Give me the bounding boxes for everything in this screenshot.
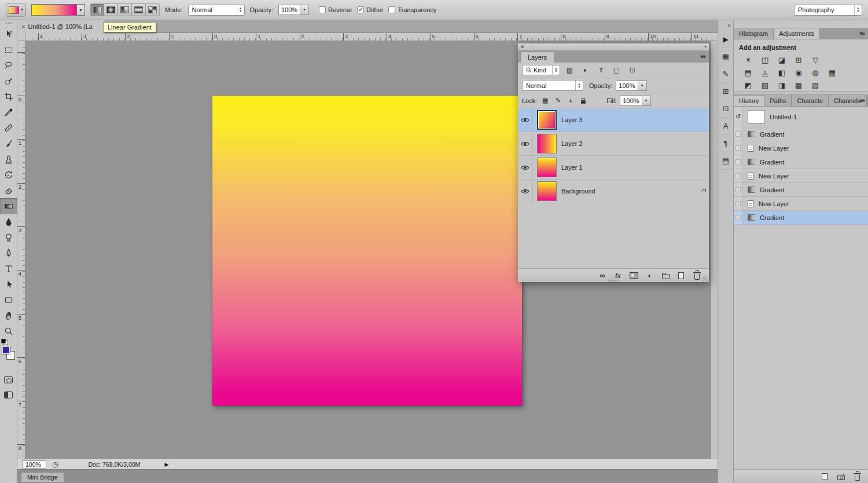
invert-adjustment-icon[interactable]: ◩ — [741, 79, 755, 91]
zoom-tool[interactable] — [0, 323, 17, 339]
document-tab[interactable]: × Untitled-1 @ 100% (La — [17, 20, 105, 33]
snapshot-thumbnail[interactable] — [748, 110, 765, 124]
brightness-contrast-adjustment-icon[interactable]: ☀ — [741, 54, 755, 65]
type-tool[interactable] — [0, 261, 17, 276]
tab-adjustments[interactable]: Adjustments — [774, 28, 820, 39]
brush-tool[interactable] — [0, 136, 17, 151]
lock-transparency-icon[interactable]: ▦ — [540, 96, 550, 105]
new-layer-icon[interactable] — [677, 272, 685, 279]
document-canvas[interactable] — [212, 96, 522, 405]
healing-brush-tool[interactable] — [0, 120, 17, 136]
blur-tool[interactable] — [0, 214, 17, 229]
history-brush-source[interactable] — [734, 169, 743, 182]
dither-checkbox[interactable]: Dither — [357, 6, 383, 13]
panel-drag-grip[interactable] — [608, 280, 619, 281]
exposure-adjustment-icon[interactable]: ⊞ — [792, 54, 806, 65]
eyedropper-tool[interactable] — [0, 104, 17, 120]
delete-state-icon[interactable] — [853, 473, 861, 481]
angle-gradient-button[interactable] — [118, 3, 132, 16]
layer-thumbnail[interactable] — [537, 158, 557, 177]
panel-icon-layer-comps[interactable]: ▤ — [718, 152, 734, 170]
panel-menu-icon[interactable]: ▾≡ — [700, 53, 705, 60]
marquee-tool[interactable] — [0, 42, 17, 57]
threshold-adjustment-icon[interactable]: ◨ — [775, 79, 789, 91]
panel-icon-character[interactable]: A — [718, 118, 734, 135]
zoom-field[interactable]: 100% — [22, 460, 46, 469]
color-balance-adjustment-icon[interactable]: ◬ — [758, 67, 772, 78]
selective-color-adjustment-icon[interactable]: ▧ — [808, 79, 822, 91]
fill-input[interactable]: 100% ▾ — [620, 96, 650, 106]
layer-style-icon[interactable]: fx — [614, 272, 622, 279]
posterize-adjustment-icon[interactable]: ▨ — [758, 79, 772, 91]
panel-menu-icon[interactable]: ▾≡ — [859, 30, 865, 36]
history-state-row[interactable]: Gradient — [734, 211, 868, 225]
vibrance-adjustment-icon[interactable]: ▽ — [808, 54, 822, 65]
panel-menu-icon[interactable]: ▾≡ — [859, 97, 865, 104]
history-brush-source[interactable] — [734, 141, 743, 155]
layer-row[interactable]: Layer 1 — [518, 156, 709, 180]
panel-icon-styles[interactable]: ▦ — [718, 48, 734, 65]
gradient-map-adjustment-icon[interactable]: ▩ — [792, 79, 806, 91]
reflected-gradient-button[interactable] — [132, 3, 146, 16]
channel-mixer-adjustment-icon[interactable]: ◍ — [808, 67, 822, 78]
history-state-row[interactable]: Gradient — [734, 127, 868, 141]
layers-panel-titlebar[interactable]: ✕ ▾ — [518, 43, 709, 51]
layer-visibility-toggle[interactable] — [518, 180, 533, 203]
shape-tool[interactable] — [0, 292, 17, 308]
filter-kind-select[interactable]: Kind ▲▼ — [522, 65, 560, 75]
history-snapshot-row[interactable]: ↺ Untitled-1 — [734, 107, 868, 127]
layer-row[interactable]: Layer 3 — [518, 108, 709, 132]
default-colors-icon[interactable] — [1, 339, 7, 344]
workspace-select[interactable]: Photography ▲▼ — [794, 5, 862, 16]
opacity-input[interactable]: 100% ▾ — [278, 5, 309, 15]
color-lookup-adjustment-icon[interactable]: ▦ — [825, 67, 839, 78]
new-snapshot-icon[interactable] — [837, 473, 845, 480]
link-layers-icon[interactable]: ∞ — [598, 272, 606, 279]
history-brush-tool[interactable] — [0, 167, 17, 182]
panel-icon-clone-source[interactable]: ⊡ — [718, 100, 734, 118]
move-tool[interactable] — [0, 26, 17, 42]
layer-visibility-toggle[interactable] — [518, 156, 533, 180]
black-white-adjustment-icon[interactable]: ◧ — [775, 67, 789, 78]
new-document-from-state-icon[interactable] — [821, 473, 829, 480]
path-selection-tool[interactable] — [0, 276, 17, 292]
tab-history[interactable]: History — [734, 95, 764, 106]
tab-characte[interactable]: Characte — [792, 95, 829, 106]
panel-icon-brush-presets[interactable]: ✎ — [718, 65, 734, 83]
layer-thumbnail[interactable] — [537, 181, 557, 201]
chevron-down-icon[interactable]: ▾ — [642, 96, 651, 106]
fill-value[interactable]: 100% — [620, 96, 642, 106]
layer-group-icon[interactable] — [661, 272, 670, 279]
transparency-checkbox[interactable]: Transparency — [388, 6, 436, 13]
layer-mask-icon[interactable] — [630, 272, 638, 279]
close-icon[interactable]: ✕ — [520, 45, 525, 50]
status-menu-arrow-icon[interactable]: ▶ — [164, 462, 168, 467]
layers-opacity-input[interactable]: 100% ▾ — [616, 80, 646, 91]
curves-adjustment-icon[interactable]: ◪ — [775, 54, 789, 65]
layers-opacity-value[interactable]: 100% — [616, 80, 638, 91]
photo-filter-adjustment-icon[interactable]: ◉ — [792, 67, 806, 78]
opacity-value[interactable]: 100% — [278, 5, 300, 15]
diamond-gradient-button[interactable] — [146, 3, 160, 16]
history-state-row[interactable]: New Layer — [734, 141, 868, 155]
screen-mode-button[interactable] — [0, 387, 17, 402]
panel-resize-grip[interactable] — [703, 276, 708, 281]
lock-pixels-icon[interactable]: ✎ — [553, 96, 562, 105]
history-brush-source[interactable]: ↺ — [734, 107, 743, 127]
chevron-down-icon[interactable]: ▾ — [300, 5, 309, 15]
chevron-down-icon[interactable]: ▾ — [76, 4, 85, 16]
layer-visibility-toggle[interactable] — [518, 132, 533, 156]
layer-row[interactable]: Layer 2 — [518, 132, 709, 156]
clone-stamp-tool[interactable] — [0, 151, 17, 167]
toolbar-grip[interactable] — [5, 22, 12, 25]
gradient-tool[interactable] — [0, 198, 17, 214]
filter-pixel-layers-icon[interactable]: ▨ — [564, 65, 576, 75]
blend-mode-select[interactable]: Normal ▲▼ — [522, 80, 583, 91]
filter-type-layers-icon[interactable]: T — [595, 65, 607, 75]
eraser-tool[interactable] — [0, 182, 17, 198]
collapse-panel-icon[interactable]: ▾ — [704, 45, 707, 49]
vertical-scrollbar[interactable] — [711, 41, 718, 459]
close-icon[interactable]: × — [21, 23, 25, 30]
crop-tool[interactable] — [0, 89, 17, 104]
expand-panels-icon[interactable]: « — [727, 22, 731, 28]
